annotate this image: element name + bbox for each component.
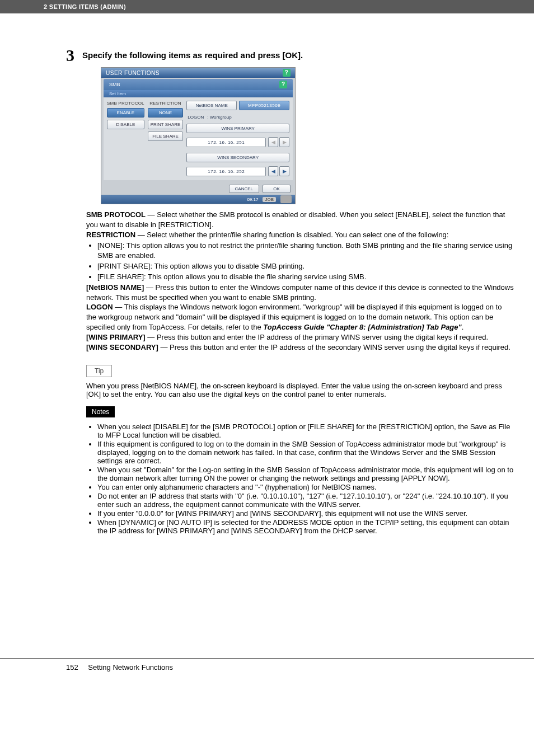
embedded-screenshot: USER FUNCTIONS ? SMB ? Set Item SMB PROT… xyxy=(101,67,514,204)
col-restriction: RESTRICTION NONE PRINT SHARE FILE SHARE xyxy=(148,101,184,178)
footer-section: Setting Network Functions xyxy=(88,663,173,672)
term-wins-primary: [WINS PRIMARY] xyxy=(86,333,146,341)
term-smb-protocol: SMB PROTOCOL xyxy=(86,210,146,219)
term-netbios: [NetBIOS NAME] xyxy=(86,283,144,292)
description-block: SMB PROTOCOL — Select whether the SMB pr… xyxy=(86,210,514,353)
list-item: You can enter only alphanumeric characte… xyxy=(97,483,514,491)
arrow-left-icon[interactable]: ◀ xyxy=(268,137,278,147)
mfp-tab[interactable]: SMB ? xyxy=(104,79,293,90)
list-item: [PRINT SHARE]: This option allows you to… xyxy=(97,261,514,271)
list-item: When you select [DISABLE] for the [SMB P… xyxy=(97,422,514,439)
page-number: 152 xyxy=(66,663,78,672)
logon-line: LOGON : Workgroup xyxy=(186,114,289,121)
mfp-subtab: Set Item xyxy=(104,90,293,97)
arrow-left-icon[interactable]: ◀ xyxy=(268,166,278,176)
term-wins-secondary: [WINS SECONDARY] xyxy=(86,343,158,351)
tip-text: When you press [NetBIOS NAME], the on-sc… xyxy=(86,382,514,398)
text: — Press this button and enter the IP add… xyxy=(158,343,510,351)
arrow-right-icon[interactable]: ▶ xyxy=(279,137,289,147)
col-fields: NetBIOS NAME MFP05213509 LOGON : Workgro… xyxy=(186,101,289,178)
step-number: 3 xyxy=(66,47,74,64)
mfp-footer: CANCEL OK xyxy=(101,182,295,195)
list-item: [NONE]: This option allows you to not re… xyxy=(97,241,514,261)
text: — Select whether the printer/file sharin… xyxy=(135,231,448,239)
netbios-name-button[interactable]: NetBIOS NAME xyxy=(186,101,237,110)
list-item: If you enter "0.0.0.0" for [WINS PRIMARY… xyxy=(97,509,514,518)
wins-primary-button[interactable]: WINS PRIMARY xyxy=(186,124,289,133)
mfp-body: SMB PROTOCOL ENABLE DISABLE RESTRICTION … xyxy=(104,97,293,180)
help-icon[interactable]: ? xyxy=(283,69,291,77)
list-item: Do not enter an IP address that starts w… xyxy=(97,492,514,509)
step-title: Specify the following items as required … xyxy=(82,47,303,60)
col-smb-protocol: SMB PROTOCOL ENABLE DISABLE xyxy=(107,101,144,178)
notes-list: When you select [DISABLE] for the [SMB P… xyxy=(95,422,514,535)
cancel-button[interactable]: CANCEL xyxy=(229,185,259,193)
tip-label: Tip xyxy=(86,365,112,377)
header-breadcrumb: 2 SETTING ITEMS (ADMIN) xyxy=(0,0,534,13)
ok-button[interactable]: OK xyxy=(263,185,291,193)
restriction-list: [NONE]: This option allows you to not re… xyxy=(95,241,514,282)
page-footer: 152 Setting Network Functions xyxy=(0,658,534,688)
term-restriction: RESTRICTION xyxy=(86,231,135,239)
logon-label: LOGON xyxy=(188,115,204,120)
list-item: When [DYNAMIC] or [NO AUTO IP] is select… xyxy=(97,518,514,535)
tip-block: Tip When you press [NetBIOS NAME], the o… xyxy=(86,353,514,398)
list-item: If this equipment is configured to log o… xyxy=(97,440,514,465)
mfp-statusbar: 09:17 JOB xyxy=(101,195,295,204)
wins-secondary-value[interactable]: 172. 16. 16. 252 xyxy=(186,167,266,176)
text: — Select whether the SMB protocol is ena… xyxy=(86,210,505,229)
mfp-titlebar: USER FUNCTIONS ? xyxy=(101,68,295,78)
mfp-window-title: USER FUNCTIONS xyxy=(106,70,160,76)
disable-button[interactable]: DISABLE xyxy=(107,120,144,129)
list-item: [FILE SHARE]: This option allows you to … xyxy=(97,272,514,282)
logon-value: : Workgroup xyxy=(207,115,231,120)
text: . xyxy=(462,323,464,331)
step-heading: 3 Specify the following items as require… xyxy=(66,47,514,64)
notes-label: Notes xyxy=(86,406,115,417)
file-share-button[interactable]: FILE SHARE xyxy=(148,132,184,141)
list-item: When you set "Domain" for the Log-on set… xyxy=(97,466,514,482)
enable-button[interactable]: ENABLE xyxy=(107,108,144,118)
arrow-right-icon[interactable]: ▶ xyxy=(279,166,289,176)
text: — Press this button to enter the Windows… xyxy=(86,283,514,302)
wins-secondary-button[interactable]: WINS SECONDARY xyxy=(186,153,289,162)
status-time: 09:17 xyxy=(247,197,258,202)
print-share-button[interactable]: PRINT SHARE xyxy=(148,120,184,129)
page-content: 3 Specify the following items as require… xyxy=(0,13,534,535)
netbios-name-value[interactable]: MFP05213509 xyxy=(239,101,289,110)
status-icon[interactable] xyxy=(280,195,292,203)
mfp-tab-label: SMB xyxy=(109,82,120,87)
help-icon[interactable]: ? xyxy=(279,81,287,88)
text: — Press this button and enter the IP add… xyxy=(146,333,489,341)
col-header: SMB PROTOCOL xyxy=(107,101,144,106)
term-logon: LOGON xyxy=(86,303,113,311)
mfp-panel: USER FUNCTIONS ? SMB ? Set Item SMB PROT… xyxy=(101,67,296,204)
reference-link: TopAccess Guide "Chapter 8: [Administrat… xyxy=(263,323,461,331)
notes-block: Notes When you select [DISABLE] for the … xyxy=(86,398,514,535)
wins-primary-value[interactable]: 172. 16. 16. 251 xyxy=(186,138,266,147)
job-badge[interactable]: JOB xyxy=(263,197,276,202)
col-header: RESTRICTION xyxy=(148,101,184,106)
none-button[interactable]: NONE xyxy=(148,108,184,118)
